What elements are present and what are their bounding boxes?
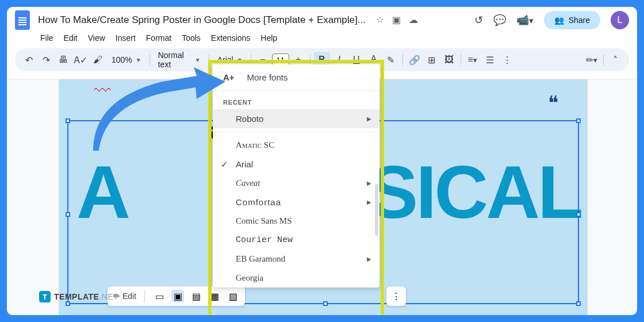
undo-icon[interactable]: ↶	[21, 52, 37, 68]
font-item-comicsans[interactable]: Comic Sans MS	[213, 212, 379, 231]
decor-shape: ❝	[548, 91, 558, 114]
menubar: File Edit View Insert Format Tools Exten…	[7, 31, 637, 48]
font-dropdown-menu: A+ More fonts RECENT Roboto▶ Amatic SC ✓…	[213, 64, 379, 288]
comment-icon[interactable]: ⊞	[424, 52, 440, 68]
font-item-georgia[interactable]: Georgia	[213, 269, 379, 288]
docs-logo-icon[interactable]	[15, 10, 30, 30]
align-button[interactable]: ≡▾	[465, 52, 481, 68]
share-label: Share	[569, 16, 590, 25]
titlebar: How To Make/Create Spring Poster in Goog…	[7, 7, 637, 31]
recent-section-label: RECENT	[213, 91, 379, 109]
font-item-comfortaa[interactable]: Comfortaa▶	[213, 193, 379, 212]
font-item-arial[interactable]: ✓Arial	[213, 155, 379, 174]
menu-tools[interactable]: Tools	[177, 31, 205, 45]
more-options-icon[interactable]: ⋮	[390, 290, 402, 302]
font-item-caveat[interactable]: Caveat▶	[213, 174, 379, 193]
star-icon[interactable]: ☆	[376, 14, 384, 25]
font-item-courier[interactable]: Courier New	[213, 231, 379, 250]
account-avatar[interactable]: L	[611, 11, 629, 29]
more-fonts-label: More fonts	[247, 72, 288, 82]
menu-view[interactable]: View	[83, 31, 110, 45]
more-icon[interactable]: ⋮	[499, 52, 515, 68]
resize-handle[interactable]	[66, 118, 70, 123]
meet-icon[interactable]: 📹▾	[516, 14, 534, 26]
cloud-status-icon[interactable]: ☁	[409, 14, 418, 25]
image-icon[interactable]: 🖼	[441, 52, 457, 68]
editing-mode-button[interactable]: ✏ ▾	[584, 52, 600, 68]
watermark: T TEMPLATE.NET	[39, 291, 118, 302]
link-icon[interactable]: 🔗	[407, 52, 423, 68]
floating-more: ⋮	[386, 286, 406, 306]
move-icon[interactable]: ▣	[392, 14, 401, 25]
font-item-roboto[interactable]: Roboto▶	[213, 109, 379, 128]
more-fonts-item[interactable]: A+ More fonts	[213, 64, 379, 91]
line-spacing-button[interactable]: ☰	[482, 52, 498, 68]
redo-icon[interactable]: ↷	[38, 52, 54, 68]
resize-handle[interactable]	[576, 212, 581, 217]
share-button[interactable]: 👥 Share	[544, 11, 600, 29]
music-note-icon: ♫	[554, 313, 570, 315]
resize-handle[interactable]	[576, 301, 581, 306]
font-item-amatic[interactable]: Amatic SC	[213, 136, 379, 155]
menu-extensions[interactable]: Extensions	[206, 31, 255, 45]
print-icon[interactable]: 🖶	[55, 52, 71, 68]
resize-handle[interactable]	[66, 212, 70, 217]
wrap-behind-icon[interactable]: ▦	[208, 290, 221, 302]
wrap-break-icon[interactable]: ▤	[190, 290, 202, 302]
annotation-arrow-icon	[82, 64, 231, 162]
document-title[interactable]: How To Make/Create Spring Poster in Goog…	[36, 13, 368, 26]
resize-handle[interactable]	[576, 118, 581, 123]
highlight-button[interactable]: ✎	[383, 52, 399, 68]
menu-help[interactable]: Help	[256, 31, 282, 45]
menu-edit[interactable]: Edit	[59, 31, 82, 45]
wrap-text-icon[interactable]: ▣	[171, 290, 184, 302]
menu-insert[interactable]: Insert	[111, 31, 140, 45]
wrap-front-icon[interactable]: ▧	[227, 290, 239, 302]
history-icon[interactable]: ↺	[474, 14, 483, 26]
floating-toolbar: ✏ Edit ▭ ▣ ▤ ▦ ▧	[108, 286, 245, 306]
watermark-icon: T	[39, 291, 51, 302]
app-window: How To Make/Create Spring Poster in Goog…	[7, 7, 637, 315]
menu-format[interactable]: Format	[141, 31, 176, 45]
wrap-inline-icon[interactable]: ▭	[153, 290, 166, 302]
font-item-ebgaramond[interactable]: EB Garamond▶	[213, 250, 379, 269]
resize-handle[interactable]	[323, 301, 328, 306]
menu-file[interactable]: File	[36, 31, 58, 45]
dropdown-scrollbar[interactable]	[375, 184, 378, 236]
comments-icon[interactable]: 💬	[493, 14, 506, 26]
lock-icon: 👥	[554, 16, 564, 25]
collapse-icon[interactable]: ˄	[607, 52, 623, 68]
